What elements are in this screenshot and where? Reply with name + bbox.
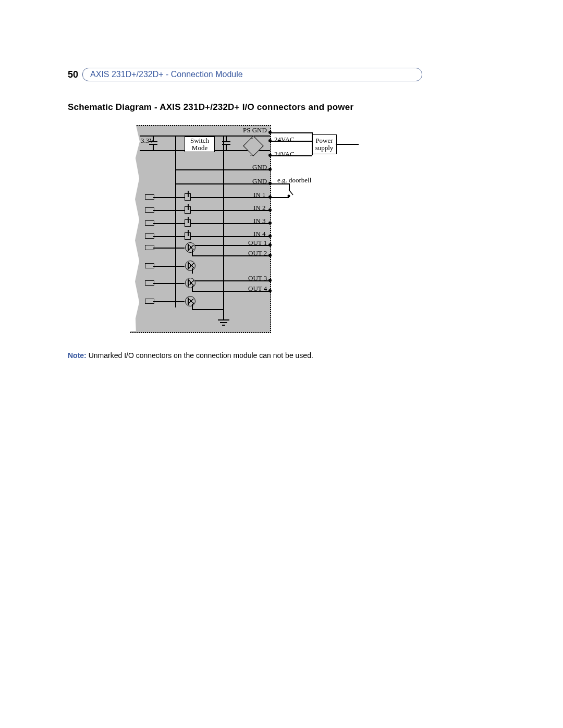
wire: [188, 191, 189, 197]
note: Note: Unmarked I/O connectors on the con…: [68, 351, 422, 360]
switch-mode-block: Switch Mode: [185, 137, 215, 152]
label-24vac-1: 24VAC: [274, 135, 295, 144]
wire: [153, 236, 270, 237]
pin-dot: [268, 154, 272, 157]
transistor-icon: [185, 296, 195, 306]
note-text: Unmarked I/O connectors on the connectio…: [89, 351, 313, 360]
wire: [336, 144, 359, 145]
pin-dot: [268, 243, 272, 246]
label-in2: IN 2: [253, 204, 265, 212]
wire: [312, 132, 313, 155]
power-supply-block: Power supply: [312, 134, 337, 154]
wire: [153, 223, 270, 224]
wire: [192, 268, 193, 274]
label-in3: IN 3: [253, 217, 265, 225]
pin-dot: [268, 139, 272, 142]
pin-dot: [268, 208, 272, 212]
label-gnd-1: GND: [252, 163, 267, 171]
label-out1: OUT 1: [248, 239, 267, 247]
label-in1: IN 1: [253, 191, 265, 199]
wire: [153, 210, 270, 211]
wire: [175, 135, 176, 307]
pin-dot: [268, 221, 272, 225]
svg-line-0: [289, 190, 293, 195]
label-24vac-2: 24VAC: [274, 150, 295, 158]
wire: [192, 250, 193, 255]
label-out4: OUT 4: [248, 285, 267, 293]
wire: [153, 248, 185, 249]
transistor-icon: [185, 242, 195, 253]
pin-dot: [268, 195, 272, 199]
label-in4: IN 4: [253, 230, 265, 238]
page-header: 50 AXIS 231D+/232D+ - Connection Module: [68, 68, 422, 81]
wire: [153, 301, 185, 302]
pin-dot: [268, 289, 272, 292]
switch-icon: [284, 188, 294, 198]
transistor-icon: [185, 261, 195, 271]
label-out3: OUT 3: [248, 274, 267, 282]
pin-dot: [268, 254, 272, 257]
wire: [153, 197, 270, 198]
label-out2: OUT 2: [248, 249, 267, 257]
wire: [188, 217, 189, 223]
wire: [153, 283, 185, 284]
note-label: Note:: [68, 351, 87, 360]
ground-icon: [218, 319, 229, 327]
page-number: 50: [68, 69, 78, 80]
wire: [270, 197, 289, 198]
wire: [192, 286, 193, 291]
wire: [192, 304, 193, 309]
pin-dot: [268, 131, 272, 134]
label-gnd-2: GND: [252, 177, 267, 186]
wire: [270, 132, 312, 133]
header-title: AXIS 231D+/232D+ - Connection Module: [82, 68, 422, 81]
transistor-icon: [185, 278, 195, 288]
pin-dot: [268, 279, 272, 282]
schematic-diagram: 3.3V Switch Mode ~ ~ PS GND 24VAC: [130, 125, 360, 334]
section-title: Schematic Diagram - AXIS 231D+/232D+ I/O…: [68, 102, 422, 113]
capacitor-icon: [149, 140, 157, 146]
pin-dot: [268, 235, 272, 238]
wire: [153, 266, 185, 267]
wire: [188, 230, 189, 236]
label-ps-gnd: PS GND: [243, 126, 267, 134]
pin-dot: [268, 168, 272, 171]
wire: [188, 204, 189, 210]
wire: [270, 183, 289, 184]
wire: [192, 309, 223, 310]
